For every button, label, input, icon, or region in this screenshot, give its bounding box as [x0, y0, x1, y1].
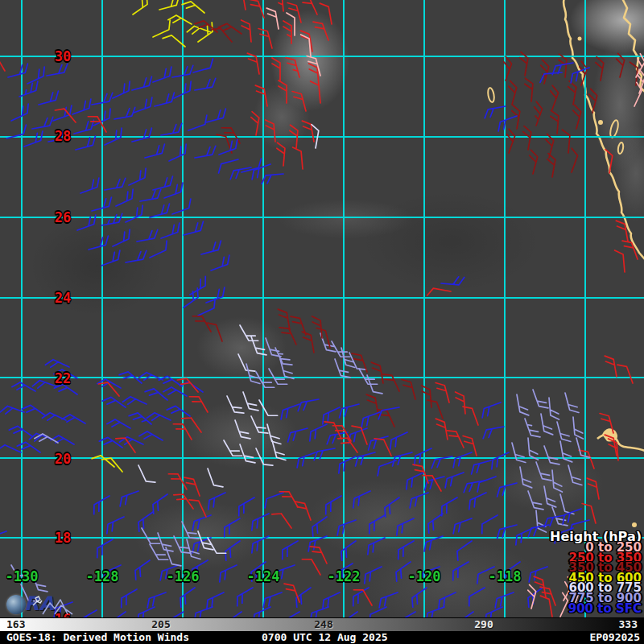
globe-icon: [6, 595, 26, 614]
wind-barb: [189, 393, 208, 416]
wind-barb: [279, 404, 303, 419]
wind-barb: [242, 19, 251, 43]
wind-barb: [180, 379, 203, 398]
wind-barb: [62, 412, 85, 431]
wind-barb: [568, 68, 592, 83]
wind-barb: [320, 592, 344, 609]
wind-barb: [70, 99, 94, 114]
wind-barb: [93, 539, 117, 558]
wind-barb: [118, 589, 141, 608]
wind-barb: [224, 436, 242, 460]
wind-barb: [568, 463, 582, 487]
wind-barb: [279, 80, 287, 103]
wind-barb: [256, 368, 275, 391]
wind-barb: [293, 147, 303, 170]
wind-barb: [217, 565, 241, 582]
satellite-image-area: 3028262422201816-130-128-126-124-122-120…: [0, 0, 644, 617]
wind-barb: [92, 452, 114, 473]
wind-barb: [495, 525, 519, 539]
wind-barb: [552, 469, 562, 493]
wind-barb: [147, 204, 171, 217]
wind-barb: [191, 59, 215, 72]
wind-barb: [266, 119, 275, 142]
wind-barb: [332, 337, 350, 361]
wind-barb: [204, 109, 228, 122]
wind-barb: [145, 386, 167, 407]
colorbar-value-label: 163: [6, 618, 25, 631]
wind-barb: [320, 2, 332, 25]
wind-barb: [427, 287, 451, 299]
wind-barb: [275, 142, 285, 166]
wind-barb: [402, 378, 415, 402]
wind-barb: [233, 0, 246, 11]
wind-barb: [31, 117, 54, 129]
wind-barb: [0, 52, 5, 75]
wind-barb: [568, 105, 582, 129]
wind-barb: [408, 588, 431, 607]
wind-barb: [266, 6, 279, 30]
wind-barb: [99, 435, 122, 454]
latitude-label: 30: [55, 50, 71, 63]
wind-barb: [171, 65, 194, 77]
wind-barb: [615, 250, 625, 273]
wind-barb: [163, 32, 185, 53]
wind-barb: [565, 81, 577, 105]
wind-barb: [280, 612, 303, 617]
wind-barb: [306, 536, 330, 551]
wind-barb: [12, 380, 35, 398]
wind-barb: [261, 174, 284, 184]
longitude-label: -128: [86, 570, 119, 583]
wind-barb: [337, 541, 361, 560]
wind-barb: [193, 146, 217, 158]
latitude-label: 24: [55, 291, 71, 304]
wind-barb: [443, 473, 467, 488]
wind-barb: [302, 119, 314, 142]
wind-barb: [322, 496, 345, 514]
wind-barb: [205, 493, 229, 510]
wind-barb: [496, 116, 520, 131]
wind-barb: [142, 144, 167, 158]
wind-barb: [134, 512, 158, 531]
wind-barb: [481, 427, 505, 439]
wind-barb: [152, 93, 176, 106]
wind-barb: [536, 460, 551, 484]
wind-barb: [396, 612, 419, 617]
wind-barb: [258, 27, 272, 51]
wind-barb: [525, 150, 539, 174]
wind-barb: [164, 612, 188, 617]
wind-barb: [279, 488, 298, 511]
wind-barb: [302, 555, 320, 579]
wind-barb: [283, 21, 291, 43]
wind-barb: [113, 107, 136, 119]
wind-barb: [616, 219, 628, 242]
wind-barb: [246, 361, 260, 386]
wind-barb: [240, 321, 258, 345]
wind-barb: [353, 586, 372, 609]
wind-barb: [455, 612, 478, 617]
longitude-label: -120: [408, 570, 441, 583]
latitude-label: 28: [55, 130, 71, 142]
mountains-icon: [42, 598, 74, 616]
wind-barb: [313, 19, 328, 43]
wind-barb: [182, 518, 199, 543]
wind-barb: [6, 64, 30, 77]
wind-barb: [45, 64, 68, 76]
wind-barb: [168, 13, 192, 31]
wind-barb: [337, 404, 361, 418]
wind-barb: [103, 178, 126, 190]
wind-barb: [24, 67, 48, 84]
wind-barb: [131, 560, 155, 580]
wind-barb: [382, 371, 399, 395]
wind-barb: [134, 607, 159, 617]
wind-barb: [451, 452, 475, 468]
wind-barb: [159, 374, 182, 393]
wind-barb: [147, 411, 171, 427]
wind-barb: [126, 168, 150, 185]
wind-barb: [302, 330, 314, 353]
wind-barb: [339, 612, 362, 617]
wind-barb: [617, 362, 633, 386]
wind-barb: [536, 510, 546, 533]
wind-barb: [495, 483, 519, 497]
wind-barb: [176, 588, 200, 607]
wind-barb: [243, 390, 258, 414]
